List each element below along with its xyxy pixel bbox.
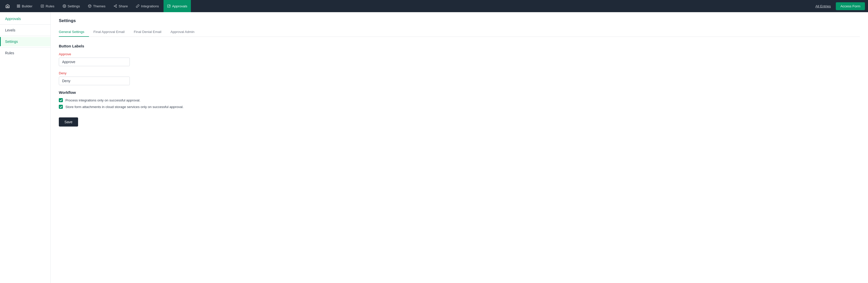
settings-tabs: General Settings Final Approval Email Fi… [59, 27, 860, 37]
nav-themes-label: Themes [93, 4, 105, 8]
sidebar-item-rules[interactable]: Rules [0, 49, 51, 58]
nav-settings[interactable]: Settings [59, 0, 84, 12]
nav-themes[interactable]: Themes [85, 0, 109, 12]
svg-line-15 [115, 6, 116, 7]
button-labels-section: Button Labels Approve Deny [59, 44, 860, 85]
access-form-button[interactable]: Access Form [836, 2, 865, 10]
deny-input[interactable] [59, 76, 130, 85]
tab-final-denial-email[interactable]: Final Denial Email [134, 27, 166, 37]
sidebar: Approvals Levels Settings Rules [0, 12, 51, 283]
svg-point-10 [89, 6, 90, 6]
nav-integrations[interactable]: Integrations [132, 0, 162, 12]
page-layout: Approvals Levels Settings Rules Settings… [0, 12, 868, 283]
nav-rules-label: Rules [45, 4, 55, 8]
tab-general-settings[interactable]: General Settings [59, 27, 89, 37]
svg-point-12 [116, 5, 117, 6]
sidebar-item-levels[interactable]: Levels [0, 26, 51, 35]
nav-approvals-label: Approvals [172, 4, 187, 8]
nav-share[interactable]: Share [110, 0, 131, 12]
sidebar-divider-1 [0, 24, 51, 25]
sidebar-item-approvals[interactable]: Approvals [0, 14, 51, 23]
button-labels-title: Button Labels [59, 44, 860, 48]
approve-input[interactable] [59, 58, 130, 66]
main-content: Settings General Settings Final Approval… [51, 12, 868, 283]
sidebar-rules-label: Rules [5, 51, 14, 55]
svg-rect-1 [19, 5, 20, 6]
nav-builder-label: Builder [22, 4, 32, 8]
checkbox-row-storage: Store form attachments in cloud storage … [59, 105, 860, 109]
svg-rect-17 [167, 5, 170, 8]
sidebar-approvals-label: Approvals [5, 17, 21, 21]
sidebar-divider-3 [0, 47, 51, 48]
sidebar-levels-label: Levels [5, 28, 15, 32]
page-title: Settings [59, 18, 860, 23]
svg-rect-0 [17, 5, 18, 6]
svg-point-9 [88, 5, 91, 8]
nav-rules[interactable]: Rules [37, 0, 58, 12]
tab-final-approval-email[interactable]: Final Approval Email [94, 27, 129, 37]
storage-checkbox-label: Store form attachments in cloud storage … [65, 105, 184, 109]
svg-point-8 [64, 6, 65, 7]
workflow-title: Workflow [59, 90, 860, 95]
svg-point-11 [90, 6, 91, 6]
svg-point-13 [114, 6, 115, 7]
checkbox-row-integrations: Process integrations only on successful … [59, 98, 860, 102]
nav-share-label: Share [119, 4, 128, 8]
all-entries-link[interactable]: All Entries [815, 4, 831, 8]
nav-settings-label: Settings [68, 4, 80, 8]
home-button[interactable] [3, 2, 12, 11]
workflow-section: Workflow Process integrations only on su… [59, 90, 860, 109]
nav-builder[interactable]: Builder [13, 0, 36, 12]
tab-approval-admin[interactable]: Approval Admin [170, 27, 199, 37]
svg-rect-2 [19, 6, 20, 7]
sidebar-item-settings[interactable]: Settings [0, 37, 51, 46]
nav-approvals[interactable]: Approvals [163, 0, 191, 12]
deny-field-label: Deny [59, 71, 860, 75]
svg-point-14 [116, 7, 117, 8]
nav-integrations-label: Integrations [141, 4, 159, 8]
save-button[interactable]: Save [59, 117, 78, 127]
sidebar-settings-label: Settings [5, 39, 18, 43]
integrations-checkbox-label: Process integrations only on successful … [65, 98, 141, 102]
svg-rect-3 [17, 6, 18, 7]
integrations-checkbox[interactable] [59, 98, 63, 102]
sidebar-divider-2 [0, 36, 51, 36]
storage-checkbox[interactable] [59, 105, 63, 109]
svg-line-16 [115, 5, 116, 6]
top-nav: Builder Rules Settings Themes Share Inte… [0, 0, 868, 12]
approve-field-label: Approve [59, 52, 860, 56]
